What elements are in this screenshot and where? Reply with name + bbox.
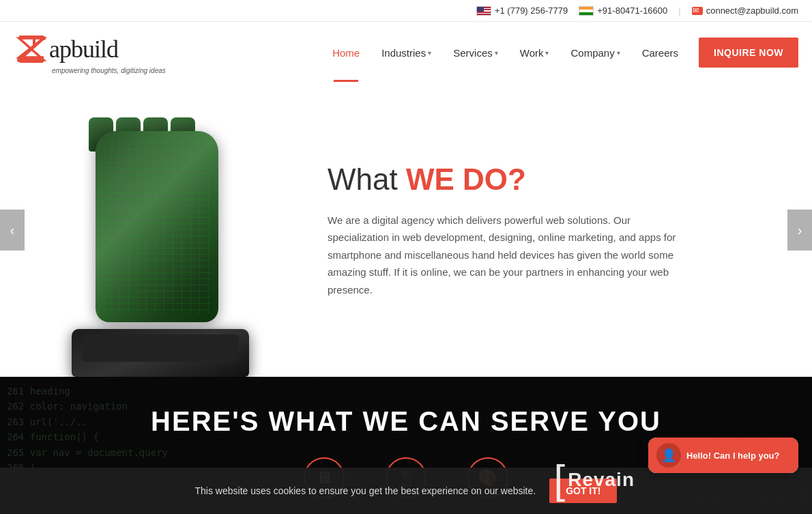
chevron-down-icon: ▾ xyxy=(545,49,549,57)
svg-point-7 xyxy=(42,36,46,40)
nav-home[interactable]: Home xyxy=(323,24,369,82)
logo-icon xyxy=(14,31,49,67)
nav-company[interactable]: Company ▾ xyxy=(561,24,629,82)
chevron-down-icon: ▾ xyxy=(428,49,431,57)
hero-description: We are a digital agency which delivers p… xyxy=(328,212,682,299)
serve-title: HERE'S WHAT WE CAN SERVE YOU xyxy=(151,406,661,437)
revain-bracket-left: [ xyxy=(554,459,566,500)
slider-prev-button[interactable]: ‹ xyxy=(0,210,25,251)
circuit-fist-illustration xyxy=(51,117,263,377)
separator: | xyxy=(678,5,680,16)
logo-text: apbuild xyxy=(49,35,118,63)
svg-rect-4 xyxy=(19,35,44,38)
hero-image xyxy=(0,83,314,377)
chat-header: 👤 Hello! Can I help you? xyxy=(648,438,798,473)
in-phone-number: +91-80471-16600 xyxy=(597,5,667,16)
chat-avatar: 👤 xyxy=(656,443,681,468)
email-address: connect@zapbuild.com xyxy=(706,5,798,16)
email-contact[interactable]: connect@zapbuild.com xyxy=(692,5,798,16)
us-phone-number: +1 (779) 256-7779 xyxy=(495,5,568,16)
in-phone[interactable]: +91-80471-16600 xyxy=(579,5,667,16)
svg-rect-5 xyxy=(19,60,44,63)
svg-point-8 xyxy=(17,58,21,62)
logo: apbuild xyxy=(14,31,118,67)
cookie-bar: This website uses cookies to ensure you … xyxy=(0,468,812,514)
hero-section: ‹ What WE DO? We are a digital agency wh… xyxy=(0,83,812,377)
hero-content: What WE DO? We are a digital agency whic… xyxy=(314,134,812,326)
nav-services[interactable]: Services ▾ xyxy=(444,24,508,82)
revain-text: Revain xyxy=(568,469,635,491)
logo-tagline: empowering thoughts, digitizing ideas xyxy=(52,67,166,74)
top-bar: +1 (779) 256-7779 +91-80471-16600 | conn… xyxy=(0,0,812,22)
slider-next-button[interactable]: › xyxy=(787,210,812,251)
nav-industries[interactable]: Industries ▾ xyxy=(372,24,441,82)
device-base xyxy=(72,329,249,377)
hero-title: What WE DO? xyxy=(328,162,771,198)
chevron-down-icon: ▾ xyxy=(617,49,620,57)
revain-badge: [ Revain xyxy=(554,459,635,500)
logo-link[interactable]: apbuild empowering thoughts, digitizing … xyxy=(14,31,166,74)
chevron-down-icon: ▾ xyxy=(495,49,498,57)
nav: Home Industries ▾ Services ▾ Work ▾ Comp… xyxy=(323,24,798,82)
chat-greeting: Hello! Can I help you? xyxy=(686,451,780,461)
cookie-message: This website uses cookies to ensure you … xyxy=(195,485,536,496)
fist-body xyxy=(96,131,218,322)
email-icon xyxy=(692,7,703,15)
nav-careers[interactable]: Careers xyxy=(633,24,688,82)
in-flag-icon xyxy=(579,6,594,16)
hero-title-accent: WE DO? xyxy=(406,162,526,196)
nav-work[interactable]: Work ▾ xyxy=(510,24,559,82)
inquire-now-button[interactable]: INQUIRE NOW xyxy=(699,38,798,68)
header: apbuild empowering thoughts, digitizing … xyxy=(0,22,812,83)
us-flag-icon xyxy=(476,6,491,16)
us-phone[interactable]: +1 (779) 256-7779 xyxy=(476,5,568,16)
chat-widget[interactable]: 👤 Hello! Can I help you? xyxy=(648,438,798,473)
